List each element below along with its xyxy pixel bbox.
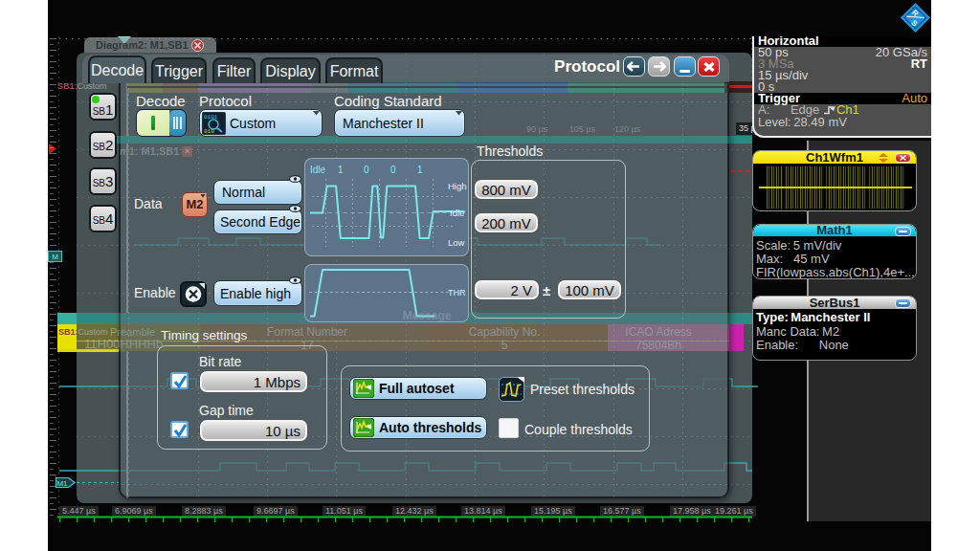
svg-text:THR: THR	[448, 288, 466, 298]
svg-text:Idle: Idle	[310, 165, 326, 175]
svg-text:High: High	[448, 181, 467, 191]
svg-text:1: 1	[338, 165, 344, 175]
svg-text:0: 0	[390, 165, 396, 175]
svg-text:Message: Message	[403, 309, 452, 322]
svg-text:Low: Low	[448, 237, 465, 248]
svg-text:1: 1	[417, 165, 423, 175]
svg-text:M1: M1	[56, 479, 68, 488]
svg-text:Idle: Idle	[450, 208, 464, 218]
svg-text:0: 0	[364, 165, 369, 175]
svg-text:010: 010	[204, 128, 214, 135]
